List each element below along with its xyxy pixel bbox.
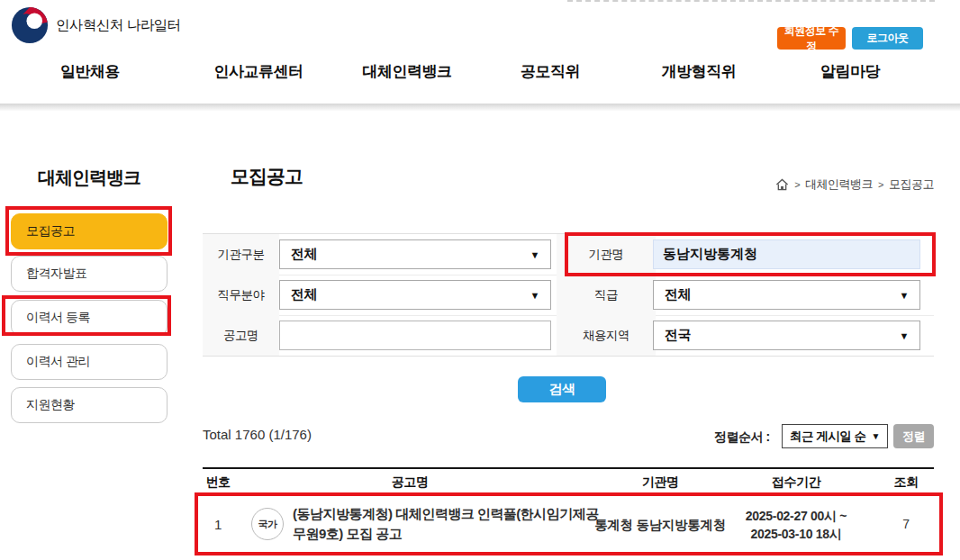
org-name-label: 기관명 — [557, 234, 656, 275]
org-name-field-wrap — [653, 239, 920, 269]
table-header-title: 공고명 — [392, 474, 429, 491]
clipped-top-line — [567, 0, 935, 2]
announcement-title-link[interactable]: (동남지방통계청) 대체인력뱅크 인력풀(한시임기제공 무원9호) 모집 공고 — [293, 504, 599, 544]
row-organization: 통계청 동남지방통계청 — [594, 517, 726, 534]
sidebar-item-resume-manage[interactable]: 이력서 관리 — [11, 344, 168, 380]
region-selected-value: 전국 — [665, 327, 691, 344]
nav-item-personnel-exchange[interactable]: 인사교류센터 — [214, 61, 303, 82]
table-header-period: 접수기간 — [772, 474, 820, 491]
breadcrumb-recruit-notice[interactable]: 모집공고 — [889, 176, 934, 193]
chevron-down-icon: ▼ — [530, 290, 539, 301]
sidebar-item-pass-announcement[interactable]: 합격자발표 — [11, 256, 168, 292]
nav-item-notice-board[interactable]: 알림마당 — [820, 61, 880, 82]
table-header-no: 번호 — [206, 474, 231, 491]
grade-label: 직급 — [557, 275, 656, 315]
job-field-selected-value: 전체 — [291, 286, 317, 303]
form-row-2: 직무분야 전체 ▼ 직급 전체 ▼ — [203, 275, 934, 316]
org-type-label: 기관구분 — [203, 234, 279, 275]
sidebar-item-resume-register[interactable]: 이력서 등록 — [11, 300, 168, 336]
chevron-down-icon: ▼ — [872, 431, 880, 441]
sort-order-select[interactable]: 최근 게시일 순 ▼ — [782, 424, 888, 448]
nav-item-open-positions[interactable]: 공모직위 — [521, 61, 580, 82]
form-row-3: 공고명 채용지역 전국 ▼ — [203, 315, 934, 356]
org-type-selected-value: 전체 — [291, 246, 317, 263]
member-info-edit-button[interactable]: 회원정보 수정 — [777, 27, 846, 50]
site-title: 인사혁신처 나라일터 — [56, 16, 181, 35]
chevron-down-icon: ▼ — [900, 330, 909, 341]
sidebar-title: 대체인력뱅크 — [11, 166, 168, 190]
page: 인사혁신처 나라일터 회원정보 수정 로그아웃 일반채용 인사교류센터 대체인력… — [0, 0, 960, 560]
period-line2: 2025-03-10 18시 — [746, 525, 847, 543]
breadcrumb-separator: > — [794, 179, 800, 190]
breadcrumb-substitute-bank[interactable]: 대체인력뱅크 — [805, 176, 873, 193]
row-number: 1 — [214, 517, 222, 532]
grade-selected-value: 전체 — [665, 286, 691, 303]
search-form: 기관구분 전체 ▼ 기관명 직무분야 전체 ▼ 직급 전체 ▼ 공고명 — [203, 233, 934, 357]
nav-item-open-type-positions[interactable]: 개방형직위 — [662, 61, 737, 82]
region-label: 채용지역 — [557, 315, 656, 356]
sort-order-selected-value: 최근 게시일 순 — [790, 429, 866, 445]
announcement-title-line2: 무원9호) 모집 공고 — [293, 524, 599, 544]
search-button[interactable]: 검색 — [518, 376, 606, 402]
results-total-count: Total 1760 (1/176) — [203, 427, 312, 442]
sidebar-item-application-status[interactable]: 지원현황 — [11, 387, 168, 423]
sidebar-item-label: 합격자발표 — [26, 266, 87, 282]
table-row-bottom-border — [203, 555, 934, 555]
row-view-count: 7 — [902, 517, 910, 531]
nav-item-substitute-bank[interactable]: 대체인력뱅크 — [363, 61, 452, 82]
announcement-title-line1: (동남지방통계청) 대체인력뱅크 인력풀(한시임기제공 — [293, 504, 599, 524]
sidebar-item-label: 이력서 관리 — [26, 354, 90, 370]
sort-apply-button[interactable]: 정렬 — [893, 424, 934, 448]
national-badge: 국가 — [251, 508, 284, 540]
chevron-down-icon: ▼ — [530, 249, 539, 260]
chevron-down-icon: ▼ — [900, 290, 909, 301]
form-row-1: 기관구분 전체 ▼ 기관명 — [203, 234, 934, 275]
announcement-label: 공고명 — [203, 315, 279, 356]
logout-button[interactable]: 로그아웃 — [852, 27, 923, 50]
sort-order-label: 정렬순서 : — [714, 429, 770, 446]
breadcrumb-separator: > — [878, 179, 883, 190]
region-select[interactable]: 전국 ▼ — [653, 321, 920, 350]
announcement-field-wrap — [279, 321, 551, 350]
period-line1: 2025-02-27 00시 ~ — [746, 507, 847, 525]
job-field-label: 직무분야 — [203, 275, 279, 315]
table-top-border — [203, 467, 934, 469]
government-emblem-icon — [11, 6, 49, 44]
nav-item-general-recruit[interactable]: 일반채용 — [60, 61, 120, 82]
sidebar-item-label: 지원현황 — [26, 397, 75, 413]
sidebar-item-label: 이력서 등록 — [26, 310, 90, 326]
page-title: 모집공고 — [231, 164, 303, 189]
announcement-title-input[interactable] — [279, 321, 551, 350]
nav-bottom-shadow — [0, 104, 960, 111]
grade-select[interactable]: 전체 ▼ — [653, 280, 920, 310]
sidebar-item-label: 모집공고 — [26, 223, 75, 239]
breadcrumb: > 대체인력뱅크 > 모집공고 — [775, 176, 934, 193]
table-header-views: 조회 — [894, 474, 919, 491]
org-type-select[interactable]: 전체 ▼ — [279, 239, 551, 269]
row-apply-period: 2025-02-27 00시 ~ 2025-03-10 18시 — [746, 507, 847, 543]
site-logo[interactable]: 인사혁신처 나라일터 — [11, 6, 181, 44]
job-field-select[interactable]: 전체 ▼ — [279, 280, 551, 310]
sidebar-item-recruit-notice[interactable]: 모집공고 — [11, 213, 168, 249]
org-name-input[interactable] — [653, 239, 920, 269]
home-icon[interactable] — [775, 178, 789, 191]
table-header-org: 기관명 — [642, 474, 679, 491]
table-header-underline — [203, 492, 934, 493]
